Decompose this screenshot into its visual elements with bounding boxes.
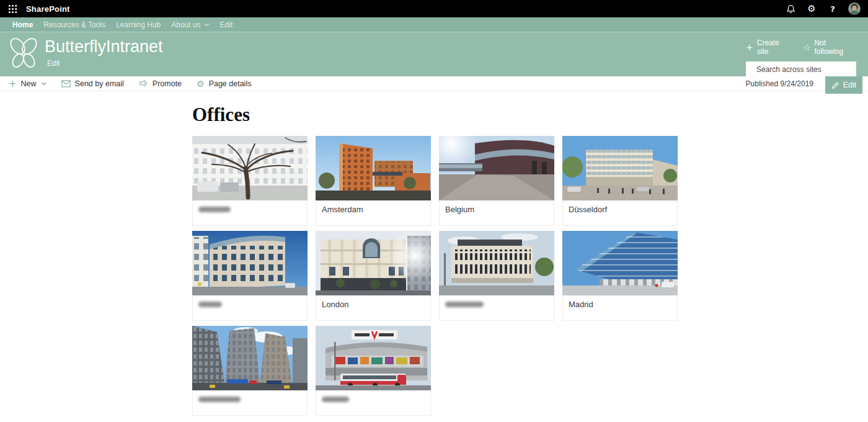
office-label: Belgium: [439, 200, 554, 226]
office-label: Madrid: [562, 295, 678, 321]
create-site-label: Create site: [757, 38, 792, 56]
office-label: [192, 295, 308, 321]
butterfly-logo-icon[interactable]: [9, 37, 38, 74]
account-avatar[interactable]: [848, 2, 861, 15]
nav-item-home[interactable]: Home: [12, 20, 33, 29]
suite-bar-actions: ⚙ ?: [785, 2, 861, 15]
redacted-label: [322, 397, 349, 402]
office-label-text: Madrid: [569, 300, 593, 309]
office-photo[interactable]: [562, 136, 678, 200]
office-card[interactable]: Amsterdam: [316, 136, 431, 226]
redacted-label: [198, 302, 222, 307]
new-button[interactable]: + New: [9, 79, 46, 88]
office-label: London: [316, 295, 431, 321]
envelope-icon: [61, 80, 71, 88]
office-label-text: London: [322, 300, 348, 309]
new-label: New: [21, 79, 37, 88]
search-box[interactable]: [746, 61, 856, 77]
page-canvas: Offices: [0, 91, 868, 416]
office-label: Amsterdam: [316, 200, 431, 226]
chevron-down-icon: [204, 23, 210, 27]
office-photo[interactable]: [316, 136, 431, 200]
office-photo[interactable]: [192, 231, 308, 295]
office-label-text: Düsseldorf: [569, 205, 607, 214]
help-icon[interactable]: ?: [827, 3, 838, 14]
gear-icon[interactable]: ⚙: [806, 3, 817, 14]
nav-item-edit[interactable]: Edit: [220, 20, 233, 29]
not-following-button[interactable]: ☆ Not following: [804, 38, 856, 56]
megaphone-icon: [139, 80, 148, 87]
published-status: Published 9/24/2019: [746, 79, 813, 88]
office-card[interactable]: Düsseldorf: [562, 136, 678, 226]
gear-icon: ⚙: [197, 79, 205, 89]
office-photo[interactable]: [439, 136, 554, 200]
office-card[interactable]: Madrid: [562, 231, 678, 321]
send-by-email-button[interactable]: Send by email: [61, 79, 124, 88]
chevron-down-icon: [41, 82, 46, 86]
suite-app-name[interactable]: SharePoint: [26, 4, 70, 14]
office-card[interactable]: London: [316, 231, 431, 321]
search-input[interactable]: [755, 65, 854, 74]
edit-page-label: Edit: [843, 81, 857, 89]
redacted-label: [198, 207, 231, 212]
waffle-grid: [9, 5, 17, 13]
not-following-label: Not following: [814, 38, 856, 56]
page-title: Offices: [192, 104, 868, 126]
star-icon: ☆: [804, 43, 811, 52]
office-label: [316, 390, 431, 416]
office-photo[interactable]: [316, 231, 431, 295]
site-title-block: ButterflyIntranet Edit: [45, 37, 163, 68]
bell-icon[interactable]: [785, 3, 796, 14]
nav-item-learning-hub[interactable]: Learning Hub: [116, 20, 161, 29]
send-by-email-label: Send by email: [75, 79, 124, 88]
header-actions: + Create site ☆ Not following: [746, 38, 856, 56]
office-card[interactable]: [192, 136, 308, 226]
redacted-label: [198, 397, 241, 402]
site-nav: Home Resources & Tools Learning Hub Abou…: [0, 17, 868, 32]
page-details-button[interactable]: ⚙ Page details: [197, 79, 251, 89]
office-label-text: Amsterdam: [322, 205, 363, 214]
site-title[interactable]: ButterflyIntranet: [45, 37, 163, 56]
office-card[interactable]: [316, 326, 431, 416]
office-photo[interactable]: [562, 231, 678, 295]
office-photo[interactable]: [192, 136, 308, 200]
office-card[interactable]: [192, 326, 308, 416]
office-label: Düsseldorf: [562, 200, 678, 226]
office-photo[interactable]: [192, 326, 308, 390]
command-bar: + New Send by email Promote ⚙ Page detai…: [0, 76, 868, 91]
promote-button[interactable]: Promote: [139, 79, 182, 88]
office-card[interactable]: Belgium: [439, 136, 554, 226]
plus-icon: +: [746, 42, 753, 52]
office-label: [439, 295, 554, 321]
office-label-text: Belgium: [445, 205, 474, 214]
nav-item-about-us[interactable]: About us: [171, 20, 209, 29]
header-right: + Create site ☆ Not following: [746, 38, 856, 77]
edit-page-button[interactable]: Edit: [825, 76, 862, 94]
office-label: [192, 390, 308, 416]
app-launcher-icon[interactable]: [5, 1, 20, 16]
pencil-icon: [831, 81, 839, 89]
office-card[interactable]: [192, 231, 308, 321]
redacted-label: [445, 302, 484, 307]
office-label: [192, 200, 308, 226]
site-header: ButterflyIntranet Edit + Create site ☆ N…: [0, 32, 868, 76]
promote-label: Promote: [153, 79, 182, 88]
nav-item-about-us-label: About us: [171, 20, 200, 29]
page-details-label: Page details: [209, 79, 252, 88]
create-site-button[interactable]: + Create site: [746, 38, 792, 56]
office-photo[interactable]: [316, 326, 431, 390]
office-photo[interactable]: [439, 231, 554, 295]
plus-icon: +: [9, 79, 17, 88]
office-gallery: Amsterdam: [192, 136, 676, 416]
suite-bar: SharePoint ⚙ ?: [0, 0, 868, 17]
office-card[interactable]: [439, 231, 554, 321]
site-edit-link[interactable]: Edit: [47, 59, 163, 68]
nav-item-resources-tools[interactable]: Resources & Tools: [43, 20, 105, 29]
